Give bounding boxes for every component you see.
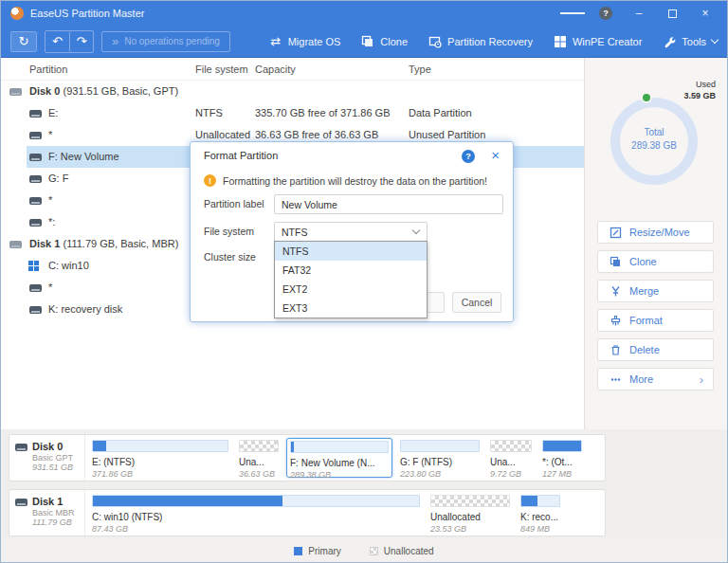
pending-operations-label: No operations pending (124, 36, 220, 46)
partition-label-input[interactable] (274, 194, 503, 214)
tools-icon (663, 35, 676, 48)
dropdown-option-fat32[interactable]: FAT32 (275, 261, 427, 280)
block-f-new-volume[interactable]: F: New Volume (N... 289.38 GB (286, 438, 392, 478)
double-arrow-icon: » (112, 35, 118, 48)
partition-icon (29, 219, 42, 227)
partition-icon (29, 175, 42, 183)
file-system-dropdown: NTFS FAT32 EXT2 EXT3 (274, 241, 428, 318)
close-button[interactable]: × (693, 5, 718, 22)
more-icon (610, 373, 622, 386)
chevron-down-icon (412, 227, 420, 234)
legend-primary: Primary (294, 546, 340, 556)
windows-icon (28, 261, 39, 271)
disk-icon (15, 444, 27, 451)
dropdown-option-ntfs[interactable]: NTFS (275, 242, 427, 261)
legend-bar: Primary Unallocated (1, 539, 727, 562)
primary-swatch-icon (294, 547, 302, 555)
format-button[interactable]: Format (597, 309, 714, 332)
unallocated-swatch-icon (370, 547, 378, 555)
refresh-icon: ↻ (19, 35, 29, 48)
refresh-button[interactable]: ↻ (10, 31, 37, 52)
chevron-down-icon (711, 36, 719, 44)
clone-icon (361, 35, 374, 48)
partition-icon (29, 132, 42, 139)
disk0-label[interactable]: Disk 0 Basic GPT 931.51 GB (9, 435, 85, 481)
winpe-creator-button[interactable]: WinPE Creator (554, 35, 642, 48)
migrate-os-button[interactable]: ⇄ Migrate OS (269, 35, 341, 48)
disk0-card: Disk 0 Basic GPT 931.51 GB E: (NTFS) 371… (9, 434, 606, 481)
partition-icon (29, 110, 42, 118)
redo-button[interactable]: ↷ (69, 31, 93, 52)
app-window: EaseUS Partition Master ? – × ↻ ↶ ↷ » No… (0, 0, 728, 563)
block-e[interactable]: E: (NTFS) 371.86 GB (89, 438, 231, 478)
clone-icon (610, 256, 622, 268)
used-marker-dot (641, 92, 652, 103)
cancel-button[interactable]: Cancel (452, 292, 501, 313)
warning-icon: ! (204, 174, 216, 187)
app-logo-icon (10, 7, 24, 20)
redo-icon: ↷ (77, 35, 87, 48)
file-system-select[interactable]: NTFS (274, 222, 428, 242)
used-label: Used 3.59 GB (683, 79, 716, 101)
block-g[interactable]: G: F (NTFS) 223.80 GB (397, 438, 482, 478)
resize-move-button[interactable]: Resize/Move (597, 221, 714, 244)
undo-icon: ↶ (52, 35, 63, 48)
partition-icon (29, 284, 42, 292)
delete-button[interactable]: Delete (597, 338, 714, 361)
dropdown-option-ext2[interactable]: EXT2 (275, 280, 427, 299)
resize-move-icon (610, 227, 622, 239)
partition-icon (29, 197, 42, 205)
total-label: Total (620, 126, 688, 139)
disk1-label[interactable]: Disk 1 Basic MBR 111.79 GB (9, 490, 85, 536)
block-unallocated-1[interactable]: Una... 36.63 GB (236, 438, 282, 478)
merge-icon (610, 285, 622, 298)
partition-icon (29, 306, 42, 314)
winpe-creator-icon (554, 35, 567, 48)
block-k-recovery[interactable]: K: reco... 849 MB (518, 493, 563, 533)
partition-icon (29, 154, 42, 161)
toolbar: ↻ ↶ ↷ » No operations pending ⇄ Migrate … (1, 26, 727, 58)
minimize-button[interactable]: – (627, 5, 651, 22)
dialog-warning-text: Formatting the partition will destroy th… (223, 175, 487, 187)
dialog-close-icon[interactable]: × (491, 147, 500, 163)
table-row-e[interactable]: E: NTFS 335.70 GB free of 371.86 GB Data… (1, 102, 586, 124)
disk-icon (15, 499, 27, 506)
block-other[interactable]: *: (Ot... 127 MB (539, 438, 585, 478)
disk1-card: Disk 1 Basic MBR 111.79 GB C: win10 (NTF… (9, 489, 606, 536)
more-button[interactable]: More › (597, 368, 714, 390)
clone-button[interactable]: Clone (361, 35, 408, 48)
clone-side-button[interactable]: Clone (597, 250, 714, 273)
block-unallocated-2[interactable]: Una... 9.72 GB (487, 438, 535, 478)
disk-map: Disk 0 Basic GPT 931.51 GB E: (NTFS) 371… (1, 429, 727, 541)
table-header: Partition File system Capacity Type (1, 58, 586, 81)
pending-operations-button[interactable]: » No operations pending (101, 31, 230, 52)
help-icon[interactable]: ? (593, 5, 618, 22)
partition-recovery-icon (428, 35, 442, 48)
menu-icon[interactable] (560, 5, 585, 22)
cluster-size-label: Cluster size (204, 251, 256, 263)
app-title: EaseUS Partition Master (30, 8, 144, 19)
disk-icon (9, 88, 22, 96)
undo-button[interactable]: ↶ (46, 31, 69, 52)
merge-button[interactable]: Merge (597, 280, 714, 302)
block-c-win10[interactable]: C: win10 (NTFS) 87.43 GB (89, 493, 423, 533)
file-system-label: File system (204, 226, 254, 237)
migrate-os-icon: ⇄ (269, 35, 282, 48)
legend-unallocated: Unallocated (370, 546, 434, 556)
delete-icon (610, 344, 622, 356)
partition-recovery-button[interactable]: Partition Recovery (428, 35, 533, 48)
block-unallocated-3[interactable]: Unallocated 23.53 GB (428, 493, 513, 533)
maximize-button[interactable] (660, 5, 684, 22)
dialog-title: Format Partition (204, 150, 278, 161)
table-row-disk0[interactable]: Disk 0 (931.51 GB, Basic, GPT) (1, 81, 586, 102)
chevron-right-icon: › (700, 372, 703, 387)
title-bar: EaseUS Partition Master ? – × (1, 1, 727, 26)
tools-button[interactable]: Tools (663, 35, 718, 48)
dropdown-option-ext3[interactable]: EXT3 (275, 299, 427, 318)
format-partition-dialog: Format Partition ? × ! Formatting the pa… (190, 141, 514, 322)
right-panel: Used 3.59 GB Total 289.38 GB Resize/Move… (584, 58, 727, 429)
format-icon (610, 315, 622, 327)
total-value: 289.38 GB (620, 139, 688, 153)
partition-label-label: Partition label (204, 198, 264, 209)
dialog-help-icon[interactable]: ? (462, 150, 475, 163)
